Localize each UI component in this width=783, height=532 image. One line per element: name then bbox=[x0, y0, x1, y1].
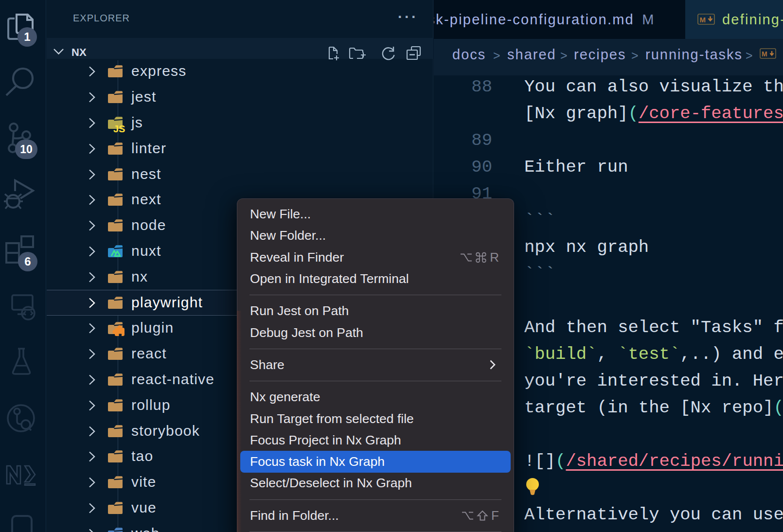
svg-text:M: M bbox=[700, 16, 706, 24]
svg-text:JS: JS bbox=[113, 124, 125, 133]
svg-text:M: M bbox=[762, 50, 767, 58]
